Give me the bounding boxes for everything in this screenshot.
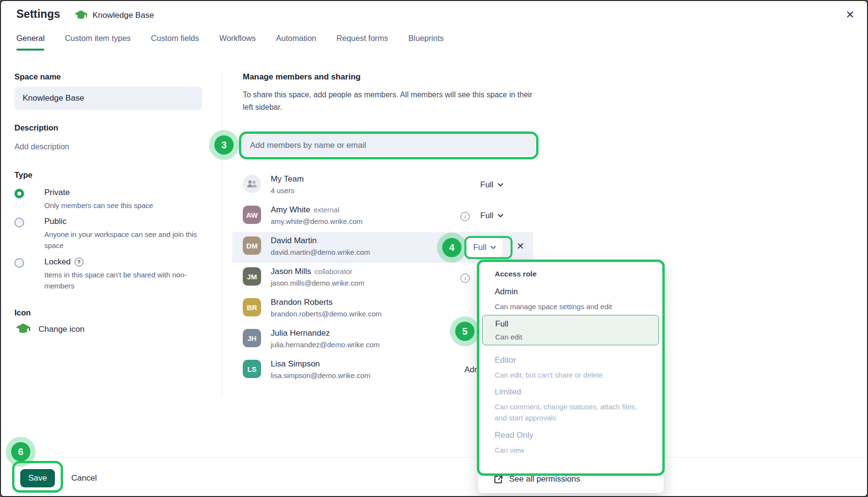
role-value: Full xyxy=(480,180,493,190)
option-editor: Editor xyxy=(495,355,516,365)
members-panel-subtitle: To share this space, add people as membe… xyxy=(243,89,538,114)
member-tag: collaborator xyxy=(315,267,352,275)
member-row-my-team[interactable]: My Team 4 users Full xyxy=(232,170,533,201)
member-email: lisa.simpson@demo.wrike.com xyxy=(271,371,370,379)
team-avatar xyxy=(243,175,261,193)
avatar: JM xyxy=(243,267,261,286)
access-role-dropdown: Access role Admin Can manage space setti… xyxy=(478,261,664,493)
change-icon-button[interactable]: Change icon xyxy=(15,323,84,336)
chevron-down-icon xyxy=(490,246,496,249)
panel-divider xyxy=(222,72,222,397)
avatar: BR xyxy=(243,298,261,316)
description-label: Description xyxy=(14,123,58,132)
space-name-header: Knowledge Base xyxy=(92,11,154,20)
option-full-desc: Can edit xyxy=(495,333,522,341)
radio-locked[interactable]: Locked ? Items in this space can't be sh… xyxy=(14,258,24,270)
radio-private-desc: Only members can see this space xyxy=(44,200,208,211)
external-link-icon xyxy=(494,475,503,484)
member-name: Brandon Roberts xyxy=(271,298,333,307)
option-editor-desc: Can edit, but can't share or delete xyxy=(495,369,603,380)
role-dropdown-david-martin[interactable]: Full xyxy=(467,238,502,257)
space-name-label: Space name xyxy=(14,72,61,81)
member-email: jason.mills@demo.wrike.com xyxy=(271,279,364,287)
radio-private-label: Private xyxy=(44,188,70,197)
type-label: Type xyxy=(14,170,32,180)
member-row-david-martin[interactable]: DM David Martin david.martin@demo.wrike.… xyxy=(232,232,533,263)
graduation-cap-icon xyxy=(74,10,88,21)
tab-general[interactable]: General xyxy=(16,34,45,43)
option-admin[interactable]: Admin xyxy=(495,287,518,297)
radio-public-control[interactable] xyxy=(14,218,24,227)
member-name: My Team xyxy=(271,174,304,184)
member-subtext: 4 users xyxy=(271,186,294,195)
radio-locked-control[interactable] xyxy=(14,258,24,268)
space-name-input[interactable] xyxy=(14,87,202,110)
member-name: Jason Millscollaborator xyxy=(271,267,352,276)
radio-public[interactable]: Public Anyone in your workspace can see … xyxy=(14,218,24,229)
member-email: brandon.roberts@demo.wrike.com xyxy=(271,310,381,318)
role-dropdown-my-team[interactable]: Full xyxy=(480,180,503,190)
member-name-text: Amy White xyxy=(271,205,310,214)
settings-dialog: Settings Knowledge Base ✕ General Custom… xyxy=(0,0,868,497)
people-icon xyxy=(247,180,257,188)
add-description-link[interactable]: Add description xyxy=(14,142,69,151)
option-limited-desc: Can comment, change statuses, attach fil… xyxy=(495,401,645,423)
radio-public-label: Public xyxy=(44,217,66,226)
option-read-only-desc: Can view xyxy=(495,445,525,456)
role-value: Full xyxy=(480,211,493,221)
avatar: LS xyxy=(243,360,261,378)
help-icon[interactable]: ? xyxy=(75,258,83,266)
avatar: JH xyxy=(243,329,261,347)
cancel-button[interactable]: Cancel xyxy=(71,473,97,483)
tab-automation[interactable]: Automation xyxy=(276,34,316,43)
member-name: Lisa Simpson xyxy=(271,359,320,369)
option-full-selected[interactable]: Full Can edit xyxy=(482,315,659,345)
members-panel-title: Manage members and sharing xyxy=(243,72,361,82)
info-icon[interactable]: i xyxy=(460,274,470,283)
radio-locked-desc: Items in this space can't be shared with… xyxy=(44,269,206,291)
annotation-halo-3 xyxy=(209,130,239,160)
space-header: Knowledge Base xyxy=(74,10,154,21)
remove-member-icon[interactable]: ✕ xyxy=(516,241,525,251)
member-tag: external xyxy=(314,206,339,214)
tab-request-forms[interactable]: Request forms xyxy=(337,34,388,43)
radio-private-control[interactable] xyxy=(14,189,24,198)
chevron-down-icon xyxy=(498,183,503,187)
option-full: Full xyxy=(495,319,508,329)
tab-bar: General Custom item types Custom fields … xyxy=(16,34,444,43)
see-all-permissions-label: See all permissions xyxy=(509,474,580,484)
close-icon[interactable]: ✕ xyxy=(846,10,855,20)
role-value: Full xyxy=(473,243,486,252)
active-tab-underline xyxy=(16,49,44,51)
annotation-halo-6 xyxy=(6,437,36,467)
info-icon[interactable]: i xyxy=(460,212,470,221)
role-dropdown-amy-white[interactable]: Full xyxy=(480,211,503,221)
member-name: David Martin xyxy=(271,236,316,246)
radio-locked-label: Locked ? xyxy=(44,257,83,267)
annotation-step-3: 3 xyxy=(214,135,234,155)
add-members-input[interactable] xyxy=(242,135,535,156)
option-limited: Limited xyxy=(495,387,521,397)
option-admin-desc: Can manage space settings and edit xyxy=(495,301,612,312)
member-name: Julia Hernandez xyxy=(271,328,330,338)
member-email: amy.white@demo.wrike.com xyxy=(271,217,363,225)
tab-workflows[interactable]: Workflows xyxy=(219,34,256,43)
member-email: julia.hernandez@demo.wrike.com xyxy=(271,340,380,349)
tab-custom-fields[interactable]: Custom fields xyxy=(151,34,199,43)
option-read-only: Read Only xyxy=(495,431,533,440)
radio-public-desc: Anyone in your workspace can see and joi… xyxy=(44,229,208,251)
tab-custom-item-types[interactable]: Custom item types xyxy=(65,34,131,43)
save-button[interactable]: Save xyxy=(20,469,55,487)
change-icon-label: Change icon xyxy=(39,325,84,334)
member-email: david.martin@demo.wrike.com xyxy=(271,248,370,256)
see-all-permissions-link[interactable]: See all permissions xyxy=(494,474,580,484)
tab-blueprints[interactable]: Blueprints xyxy=(408,34,444,43)
chevron-down-icon xyxy=(498,214,503,218)
avatar: AW xyxy=(243,206,261,224)
page-title: Settings xyxy=(16,8,60,21)
member-name-text: Jason Mills xyxy=(271,267,311,276)
radio-private[interactable]: Private Only members can see this space xyxy=(14,189,24,200)
avatar: DM xyxy=(243,236,261,255)
member-row-amy-white[interactable]: AW Amy Whiteexternal amy.white@demo.wrik… xyxy=(232,201,533,232)
annotation-step-6: 6 xyxy=(11,442,30,461)
